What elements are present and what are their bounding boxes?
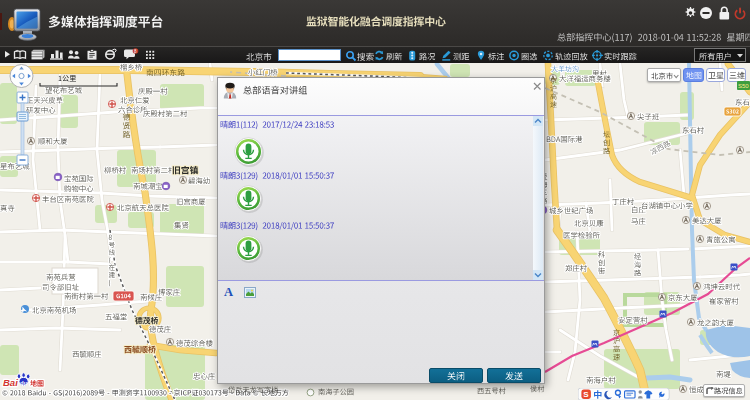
svg-text:S50: S50 — [738, 83, 749, 89]
svg-text:S: S — [583, 390, 589, 399]
svg-text:A: A — [224, 285, 233, 299]
svg-text:Bai: Bai — [3, 377, 18, 388]
svg-text:du: du — [20, 380, 28, 386]
